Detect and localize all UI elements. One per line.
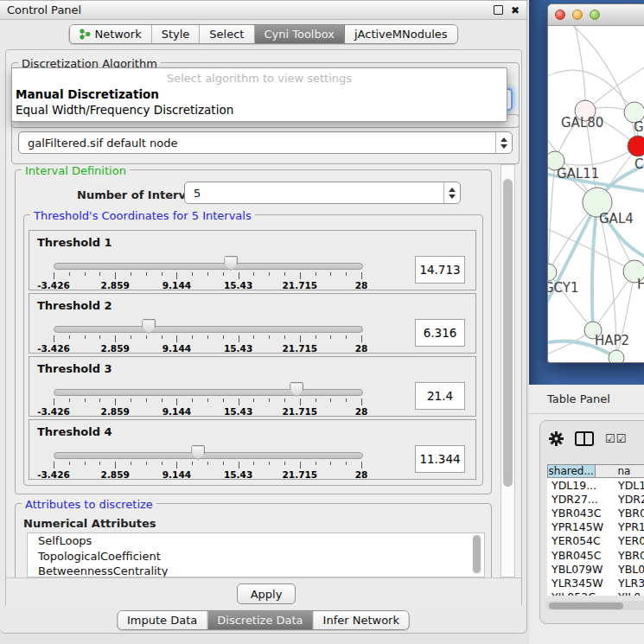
tab-impute-data[interactable]: Impute Data	[118, 611, 207, 629]
cell-shared-name[interactable]: YPR145W	[547, 520, 610, 533]
tab-cyni-toolbox[interactable]: Cyni Toolbox	[254, 25, 345, 43]
cell-name[interactable]: YPR1	[610, 520, 644, 533]
cell-name[interactable]: YDR2	[610, 493, 644, 506]
threshold-slider-3[interactable]: -3.4262.8599.14415.4321.71528	[29, 357, 475, 416]
cell-shared-name[interactable]: YDR27...	[547, 493, 610, 506]
dropdown-prompt-item[interactable]: Select algorithm to view settings	[12, 70, 507, 86]
table-horizontal-scrollbar[interactable]	[545, 601, 644, 610]
cell-name[interactable]: YBR0	[610, 549, 644, 562]
slider-tick	[54, 272, 54, 279]
cell-shared-name[interactable]: YDL19...	[547, 479, 610, 492]
table-data-combobox[interactable]: galFiltered.sif default node	[18, 131, 513, 154]
cell-shared-name[interactable]: YBR043C	[547, 507, 610, 520]
zoom-traffic-light-icon[interactable]	[590, 10, 600, 20]
close-icon[interactable]: ✖	[511, 6, 520, 15]
table-row[interactable]: YBL079WYBL0	[547, 562, 644, 576]
cell-shared-name[interactable]: YER054C	[547, 534, 610, 547]
slider-tick	[330, 462, 331, 465]
slider-track[interactable]	[54, 326, 363, 333]
dropdown-option-equal-width-frequency[interactable]: Equal Width/Frequency Discretization	[12, 102, 507, 118]
network-node-GCY1[interactable]	[548, 264, 557, 281]
panel-scrollbar-thumb[interactable]	[503, 179, 513, 487]
float-window-icon[interactable]	[494, 5, 503, 15]
list-scrollbar-thumb[interactable]	[473, 535, 481, 573]
attribute-list-item[interactable]: BetweennessCentrality	[28, 564, 484, 577]
threshold-value-field[interactable]: 11.344	[415, 445, 465, 473]
network-canvas[interactable]: GAL80GCGAL11GAL4GCY1HHAP2	[548, 26, 644, 363]
table-row[interactable]: YLR345WYLR3	[547, 576, 644, 590]
slider-tick	[300, 272, 301, 279]
threshold-slider-1[interactable]: -3.4262.8599.14415.4321.71528	[29, 231, 475, 290]
tab-network[interactable]: Network	[69, 25, 151, 43]
threshold-value-field[interactable]: 21.4	[415, 382, 465, 410]
cell-name[interactable]: YIL0	[610, 590, 641, 596]
table-row[interactable]: YBR043CYBR0	[547, 506, 644, 520]
split-pane-icon[interactable]	[575, 431, 594, 446]
slider-tick	[115, 462, 116, 469]
cell-shared-name[interactable]: YBR045C	[547, 549, 610, 562]
numerical-attributes-list[interactable]: SelfLoopsTopologicalCoefficientBetweenne…	[27, 532, 485, 577]
slider-tick	[146, 272, 147, 276]
tick-label: 28	[355, 343, 368, 354]
network-node-bottom-node[interactable]	[609, 350, 624, 363]
cell-name[interactable]: YBL0	[610, 563, 644, 576]
combo-stepper[interactable]	[443, 182, 460, 203]
tick-label: 15.43	[224, 343, 252, 354]
cell-name[interactable]: YBR0	[610, 507, 644, 520]
table-row[interactable]: YDL19...YDL1	[547, 478, 644, 492]
slider-tick	[99, 335, 100, 339]
cell-name[interactable]: YLR3	[610, 577, 644, 590]
tab-discretize-data[interactable]: Discretize Data	[207, 611, 313, 629]
tab-infer-network[interactable]: Infer Network	[314, 611, 409, 629]
stepper-up-icon	[449, 188, 456, 192]
cell-shared-name[interactable]: YIL052C	[547, 590, 610, 596]
tick-label: 28	[355, 406, 368, 417]
cell-name[interactable]: YER0	[610, 534, 644, 547]
column-header-shared-name[interactable]: shared...	[547, 464, 596, 478]
tick-label: 2.859	[101, 280, 130, 290]
num-intervals-combobox[interactable]: 5	[184, 182, 461, 204]
slider-track[interactable]	[54, 452, 363, 459]
column-header-name[interactable]: na	[596, 464, 644, 478]
threshold-slider-4[interactable]: -3.4262.8599.14415.4321.71528	[29, 420, 475, 479]
tab-style[interactable]: Style	[152, 25, 201, 43]
apply-button[interactable]: Apply	[237, 583, 296, 604]
gear-icon[interactable]	[549, 431, 564, 446]
combo-stepper[interactable]	[495, 132, 512, 153]
attr-items: SelfLoopsTopologicalCoefficientBetweenne…	[28, 533, 484, 577]
slider-track[interactable]	[54, 263, 363, 270]
cell-shared-name[interactable]: YBL079W	[547, 563, 610, 576]
network-icon	[79, 29, 90, 40]
attribute-list-item[interactable]: SelfLoops	[28, 533, 484, 549]
checked-checkbox-icons[interactable]: ☑☑	[605, 433, 627, 444]
slider-track[interactable]	[54, 389, 363, 396]
slider-tick	[69, 335, 70, 339]
slider-tick	[54, 399, 54, 405]
table-row[interactable]: YER054CYER0	[547, 534, 644, 548]
close-traffic-light-icon[interactable]	[555, 10, 565, 20]
table-row[interactable]: YPR145WYPR1	[547, 520, 644, 534]
slider-tick	[284, 335, 285, 339]
threshold-slider-2[interactable]: -3.4262.8599.14415.4321.71528	[29, 294, 475, 353]
slider-tick	[131, 399, 131, 402]
tick-label: 21.715	[283, 406, 318, 417]
slider-tick	[131, 272, 131, 276]
list-scrollbar[interactable]	[472, 535, 481, 575]
cell-name[interactable]: YDL1	[610, 479, 644, 492]
minimize-traffic-light-icon[interactable]	[572, 10, 583, 20]
tab-jactivemnodules[interactable]: jActiveMNodules	[345, 25, 457, 43]
dropdown-option-manual-discretization[interactable]: Manual Discretization	[12, 86, 507, 102]
attribute-list-item[interactable]: TopologicalCoefficient	[28, 549, 484, 564]
table-row[interactable]: YBR045CYBR0	[547, 548, 644, 562]
threshold-value-field[interactable]: 14.713	[415, 256, 465, 284]
network-node-red-node[interactable]	[628, 136, 644, 156]
table-row[interactable]: YIL052CYIL0	[547, 590, 644, 596]
table-row[interactable]: YDR27...YDR2	[547, 492, 644, 506]
panel-scrollbar[interactable]	[501, 164, 515, 577]
hscrollbar-thumb[interactable]	[549, 603, 623, 609]
table-panel-title: Table Panel	[529, 385, 644, 414]
node-table[interactable]: shared... na YDL19...YDL1YDR27...YDR2YBR…	[547, 464, 644, 596]
cell-shared-name[interactable]: YLR345W	[547, 577, 610, 590]
tab-select[interactable]: Select	[200, 25, 254, 43]
threshold-value-field[interactable]: 6.316	[415, 319, 465, 347]
